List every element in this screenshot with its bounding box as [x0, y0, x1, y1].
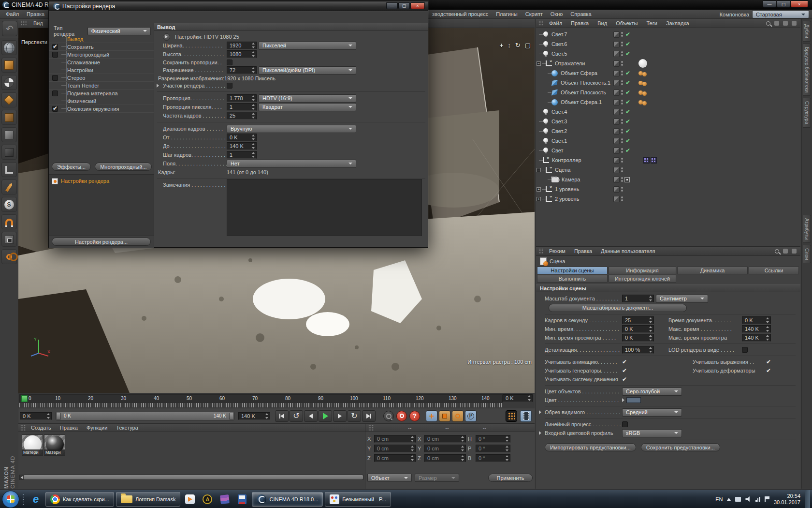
disclosure-icon[interactable] — [539, 431, 541, 435]
material-tag-icon[interactable] — [642, 82, 647, 86]
pan-icon[interactable]: + — [500, 42, 504, 48]
rot-b-field[interactable]: 0 ° — [476, 454, 510, 462]
layer-icon[interactable] — [613, 196, 620, 202]
override-checkbox[interactable] — [52, 90, 58, 96]
attr-menu-userdata[interactable]: Данные пользователя — [597, 248, 659, 254]
dialog-close-button[interactable]: × — [410, 2, 425, 9]
pos-x-field[interactable]: 0 cm — [374, 435, 416, 443]
tree-row-level2[interactable]: +2 уровень — [536, 194, 800, 204]
xpresso-tag-icon[interactable] — [643, 157, 650, 164]
use-generators-check[interactable]: ✔ — [622, 367, 627, 374]
chrome-window-button[interactable]: Как сделать скри... — [45, 492, 114, 507]
from-field[interactable]: 0 K — [227, 134, 257, 141]
scroll-thumb[interactable] — [24, 475, 363, 479]
pixel-aspect-dropdown[interactable]: Квадрат — [259, 103, 356, 111]
viewport-menu-view[interactable]: Вид — [29, 20, 47, 26]
tab-structure[interactable]: Структура — [803, 98, 811, 127]
use-deformers-check[interactable]: ✔ — [766, 367, 771, 374]
render-region-checkbox[interactable] — [227, 83, 232, 89]
cube-tool-button[interactable] — [1, 58, 17, 73]
multipass-checkbox[interactable] — [52, 52, 58, 58]
range-end-field[interactable]: 140 K — [238, 412, 270, 420]
om-menu-edit[interactable]: Правка — [567, 20, 593, 26]
winrar-button[interactable] — [218, 492, 232, 507]
use-motion-check[interactable]: ✔ — [622, 376, 627, 383]
tray-app-icon[interactable] — [735, 497, 741, 502]
tree-row-light1[interactable]: Свет.1 ✔ — [536, 136, 800, 146]
coord-size-dropdown[interactable]: Размер — [415, 474, 459, 482]
scroll-left-icon[interactable] — [21, 476, 23, 479]
timeline-tickband[interactable] — [19, 403, 503, 407]
tab-key-interpolation[interactable]: Интерполяция ключей — [609, 275, 676, 283]
layer-icon[interactable] — [613, 31, 620, 38]
render-type-dropdown[interactable]: Физический — [87, 27, 151, 35]
tree-row-light2[interactable]: Свет.2 ✔ — [536, 126, 800, 136]
detail-field[interactable]: 100 % — [622, 346, 654, 354]
visibility-dots-icon[interactable] — [621, 90, 623, 95]
enabled-check-icon[interactable]: ✔ — [624, 108, 631, 115]
undo-button[interactable]: ↶ — [2, 21, 17, 36]
lock-ratio-checkbox[interactable] — [227, 60, 232, 65]
xpresso-tag-icon[interactable] — [651, 157, 657, 164]
key-parameter-toggle[interactable]: P — [465, 410, 477, 422]
spinner-icon[interactable] — [410, 436, 414, 442]
doc-scale-unit-dropdown[interactable]: Сантиметр — [656, 295, 708, 303]
enabled-check-icon[interactable]: ✔ — [624, 99, 631, 105]
material-menu-function[interactable]: Функции — [83, 425, 111, 431]
fields-dropdown[interactable]: Нет — [227, 160, 356, 168]
visibility-dots-icon[interactable] — [621, 119, 623, 124]
tree-row-scene[interactable]: −Сцена — [536, 165, 800, 175]
tab-takes[interactable]: Дубли — [803, 21, 811, 42]
slider-right-handle[interactable] — [229, 413, 233, 419]
min-preview-field[interactable]: 0 K — [622, 334, 654, 342]
preset-popup-button[interactable] — [163, 33, 170, 41]
spinner-icon[interactable] — [251, 51, 255, 57]
cube2-tool-button[interactable] — [1, 110, 17, 125]
pen-tool-button[interactable] — [1, 179, 17, 194]
material-tag-icon[interactable] — [642, 91, 647, 96]
magnet-tool-button[interactable] — [1, 214, 17, 229]
visibility-dots-icon[interactable] — [621, 100, 623, 105]
dialog-maximize-button[interactable]: ▢ — [398, 2, 410, 9]
spinner-icon[interactable] — [648, 347, 652, 353]
spinner-icon[interactable] — [505, 455, 509, 461]
search-icon[interactable] — [775, 249, 779, 254]
use-expressions-check[interactable]: ✔ — [766, 359, 771, 365]
coord-mode-dropdown[interactable]: Объект — [367, 474, 412, 482]
tab-information[interactable]: Информация — [609, 267, 676, 274]
cube3-tool-button[interactable] — [1, 127, 17, 142]
layer-icon[interactable] — [613, 90, 620, 96]
enabled-check-icon[interactable]: ✔ — [624, 147, 631, 154]
om-menu-view[interactable]: Вид — [594, 20, 611, 26]
import-presets-button[interactable]: Импортировать предустановки... — [545, 443, 636, 451]
attr-menu-mode[interactable]: Режим — [545, 248, 569, 254]
notes-textarea[interactable] — [227, 179, 422, 236]
enabled-check-icon[interactable]: ✔ — [624, 89, 631, 96]
tree-row-controller[interactable]: Контроллер — [536, 155, 800, 165]
cinema4d-window-button[interactable]: CINEMA 4D R18.0... — [252, 492, 323, 507]
layer-icon[interactable] — [613, 119, 620, 125]
menu-script[interactable]: Скрипт — [522, 11, 547, 17]
torus-tool-button[interactable] — [1, 249, 17, 264]
spinner-icon[interactable] — [251, 95, 255, 101]
lock-tool-button[interactable] — [1, 232, 17, 247]
to-field[interactable]: 140 K — [227, 142, 257, 150]
spinner-icon[interactable] — [251, 113, 255, 119]
enabled-check-icon[interactable]: ✔ — [624, 41, 631, 47]
globe-tool-button[interactable] — [1, 40, 17, 55]
enabled-check-icon[interactable]: ✔ — [624, 70, 631, 76]
grip-icon[interactable] — [21, 20, 27, 26]
menu-window[interactable]: Окно — [547, 11, 567, 17]
stereo-checkbox[interactable] — [52, 75, 58, 81]
nav-stereo[interactable]: Стерео — [49, 74, 154, 82]
size-x-field[interactable]: 0 cm — [424, 435, 466, 443]
spinner-icon[interactable] — [505, 446, 509, 451]
spinner-icon[interactable] — [251, 67, 255, 73]
tree-row-light6[interactable]: Свет.6 ✔ — [536, 39, 800, 49]
effects-button[interactable]: Эффекты... — [52, 163, 91, 171]
disclosure-icon[interactable] — [539, 410, 541, 414]
nav-team-render[interactable]: Team Render — [49, 82, 154, 90]
start-button[interactable] — [2, 491, 19, 508]
nav-multipass[interactable]: Многопроходный — [49, 51, 154, 59]
visibility-dots-icon[interactable] — [621, 129, 623, 134]
